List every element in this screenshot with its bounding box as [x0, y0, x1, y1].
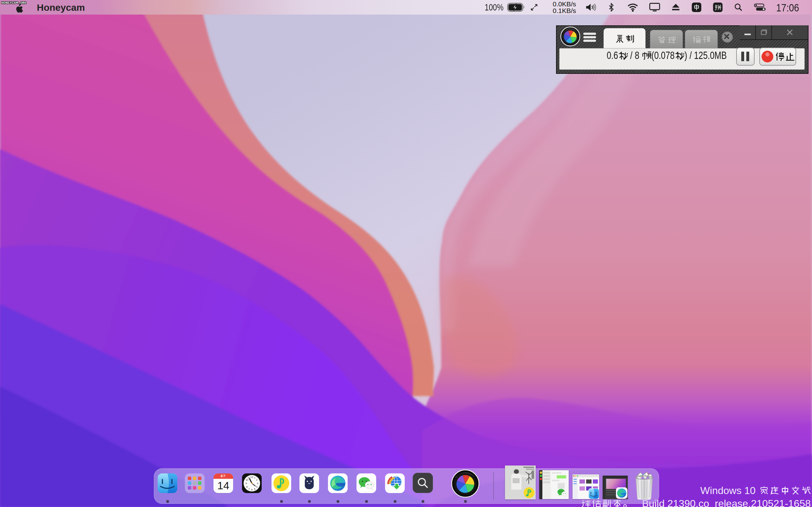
svg-text:6: 6: [251, 488, 253, 491]
svg-text:5: 5: [254, 488, 256, 491]
svg-text:4: 4: [256, 486, 258, 488]
svg-text:7: 7: [248, 488, 250, 491]
svg-text:9: 9: [246, 482, 247, 485]
svg-text:8: 8: [246, 486, 248, 488]
svg-text:1: 1: [254, 476, 256, 479]
svg-text:2: 2: [256, 478, 258, 481]
svg-text:12: 12: [251, 475, 253, 478]
svg-text:3: 3: [257, 482, 258, 485]
